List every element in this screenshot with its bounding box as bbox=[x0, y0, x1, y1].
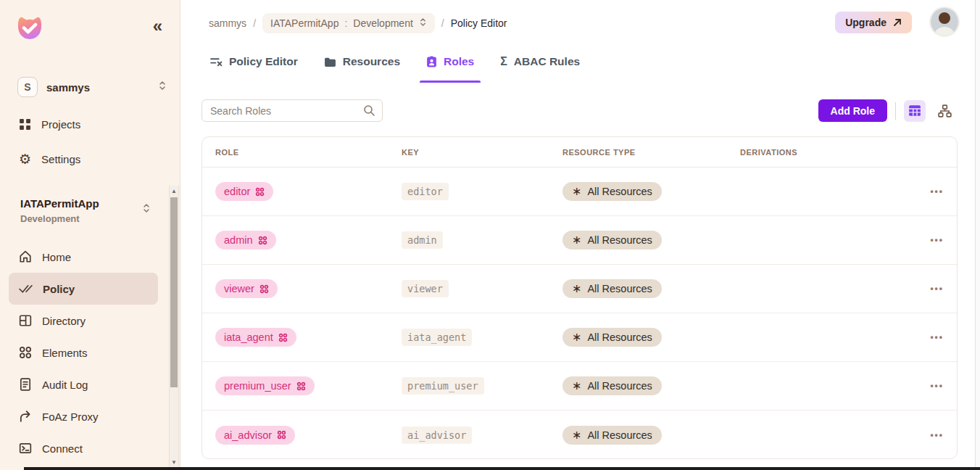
tab-bar: Policy Editor Resources Roles Σ ABAC Rul… bbox=[210, 55, 580, 83]
resource-type-label: All Resources bbox=[587, 429, 652, 441]
role-key: premium_user bbox=[402, 377, 484, 395]
elements-circles-icon bbox=[19, 346, 32, 359]
role-elements-icon bbox=[278, 333, 288, 342]
nav-label: Home bbox=[42, 251, 71, 263]
column-header-role: ROLE bbox=[215, 148, 402, 157]
role-badge[interactable]: premium_user bbox=[215, 376, 315, 395]
nav-label: Policy bbox=[43, 283, 75, 295]
row-actions-menu-button[interactable]: ••• bbox=[930, 381, 944, 391]
table-row: iata_agent iata_agent ∗ All Resources ••… bbox=[202, 313, 957, 362]
row-actions-menu-button[interactable]: ••• bbox=[930, 332, 944, 342]
table-view-toggle[interactable] bbox=[904, 100, 926, 122]
directory-card-icon bbox=[19, 314, 32, 327]
role-badge[interactable]: editor bbox=[215, 182, 273, 201]
resource-type-badge: ∗ All Resources bbox=[562, 182, 662, 201]
sidebar-scrollbar-thumb[interactable] bbox=[170, 197, 178, 387]
sidebar-item-connect[interactable]: Connect bbox=[9, 432, 158, 464]
scrollbar-up-arrow[interactable]: ▲ bbox=[170, 188, 178, 194]
chevron-updown-icon bbox=[158, 81, 167, 94]
role-name: editor bbox=[224, 186, 250, 197]
breadcrumb-org[interactable]: sammys bbox=[209, 17, 246, 29]
resource-type-label: All Resources bbox=[587, 331, 652, 343]
breadcrumb-page: Policy Editor bbox=[451, 17, 507, 29]
user-avatar[interactable] bbox=[929, 7, 960, 37]
row-actions-menu-button[interactable]: ••• bbox=[930, 235, 944, 245]
nav-label: FoAz Proxy bbox=[42, 411, 99, 423]
resource-type-label: All Resources bbox=[587, 283, 652, 294]
folder-icon bbox=[324, 57, 336, 67]
row-actions-menu-button[interactable]: ••• bbox=[930, 284, 944, 294]
sidebar-scrollbar[interactable]: ▲ ▼ bbox=[169, 186, 179, 470]
role-badge[interactable]: admin bbox=[215, 231, 276, 250]
role-elements-icon bbox=[255, 187, 265, 197]
row-actions-menu-button[interactable]: ••• bbox=[930, 186, 944, 197]
upgrade-button[interactable]: Upgrade bbox=[835, 12, 912, 33]
resource-type-badge: ∗ All Resources bbox=[562, 328, 662, 347]
main-content: sammys / IATAPermitApp : Development / P… bbox=[181, 0, 980, 470]
sidebar-item-directory[interactable]: Directory bbox=[9, 305, 158, 337]
sidebar: « S sammys Projects ⚙ Settings IATAPermi… bbox=[0, 0, 180, 470]
tab-policy-editor[interactable]: Policy Editor bbox=[210, 55, 298, 83]
nav-label: Audit Log bbox=[42, 379, 88, 391]
sidebar-item-foaz-proxy[interactable]: FoAz Proxy bbox=[9, 400, 158, 432]
asterisk-icon: ∗ bbox=[572, 234, 581, 246]
table-row: viewer viewer ∗ All Resources ••• bbox=[202, 265, 957, 313]
row-actions-menu-button[interactable]: ••• bbox=[930, 430, 944, 440]
sidebar-item-home[interactable]: Home bbox=[9, 241, 158, 273]
search-roles-input[interactable] bbox=[202, 99, 383, 122]
sidebar-collapse-button[interactable]: « bbox=[153, 17, 162, 35]
column-header-derivations: DERIVATIONS bbox=[740, 148, 912, 157]
role-elements-icon bbox=[296, 382, 306, 391]
breadcrumb-separator: / bbox=[441, 17, 444, 29]
sidebar-item-projects[interactable]: Projects bbox=[19, 113, 80, 135]
project-environment-selector[interactable]: IATAPermitApp Development bbox=[20, 197, 151, 224]
table-row: premium_user premium_user ∗ All Resource… bbox=[202, 362, 957, 411]
proxy-arrow-icon bbox=[19, 410, 32, 423]
scrollbar-down-arrow[interactable]: ▼ bbox=[170, 459, 178, 466]
role-badge[interactable]: ai_advisor bbox=[215, 426, 295, 445]
tab-resources[interactable]: Resources bbox=[324, 55, 400, 83]
role-elements-icon bbox=[277, 430, 286, 440]
search-roles bbox=[202, 99, 383, 122]
breadcrumb-project-env-selector[interactable]: IATAPermitApp : Development bbox=[262, 13, 435, 33]
sidebar-item-audit-log[interactable]: Audit Log bbox=[9, 368, 158, 400]
nav-label: Connect bbox=[42, 442, 83, 455]
tab-abac-rules[interactable]: Σ ABAC Rules bbox=[500, 55, 580, 83]
table-row: editor editor ∗ All Resources ••• bbox=[202, 168, 957, 216]
table-body: editor editor ∗ All Resources ••• admin … bbox=[202, 168, 957, 459]
breadcrumb-colon: : bbox=[344, 17, 347, 29]
resource-type-badge: ∗ All Resources bbox=[562, 231, 662, 250]
resource-type-badge: ∗ All Resources bbox=[562, 376, 662, 395]
upgrade-label: Upgrade bbox=[845, 17, 886, 28]
sidebar-item-settings[interactable]: ⚙ Settings bbox=[19, 148, 80, 170]
sidebar-nav: Home Policy Directory Elements Audit Log… bbox=[9, 241, 158, 464]
role-key: iata_agent bbox=[402, 329, 472, 346]
resource-type-badge: ∗ All Resources bbox=[562, 426, 662, 445]
double-check-icon bbox=[19, 283, 33, 294]
resource-type-label: All Resources bbox=[587, 186, 652, 197]
role-badge[interactable]: viewer bbox=[215, 279, 278, 298]
role-badge[interactable]: iata_agent bbox=[215, 328, 296, 347]
roles-table: ROLE KEY RESOURCE TYPE DERIVATIONS edito… bbox=[202, 136, 958, 459]
connect-terminal-icon bbox=[19, 442, 32, 455]
asterisk-icon: ∗ bbox=[572, 380, 581, 392]
chevron-updown-icon bbox=[142, 203, 151, 216]
role-elements-icon bbox=[259, 284, 269, 294]
toolbar-divider bbox=[895, 102, 896, 120]
add-role-button[interactable]: Add Role bbox=[818, 99, 887, 122]
page-scrollbar[interactable] bbox=[975, 0, 980, 470]
workspace-selector[interactable]: S sammys bbox=[17, 75, 167, 99]
sidebar-item-policy[interactable]: Policy bbox=[9, 273, 158, 305]
table-row: admin admin ∗ All Resources ••• bbox=[202, 216, 957, 265]
avatar-photo bbox=[931, 8, 958, 36]
asterisk-icon: ∗ bbox=[572, 429, 581, 441]
sidebar-item-elements[interactable]: Elements bbox=[9, 337, 158, 368]
tab-roles[interactable]: Roles bbox=[426, 55, 474, 83]
tab-label: Roles bbox=[444, 55, 474, 68]
role-name: viewer bbox=[224, 283, 254, 294]
audit-log-document-icon bbox=[19, 378, 32, 391]
policy-editor-icon bbox=[210, 57, 223, 67]
hierarchy-view-toggle[interactable] bbox=[934, 100, 955, 122]
resource-type-badge: ∗ All Resources bbox=[562, 279, 662, 298]
table-row: ai_advisor ai_advisor ∗ All Resources ••… bbox=[202, 411, 957, 459]
